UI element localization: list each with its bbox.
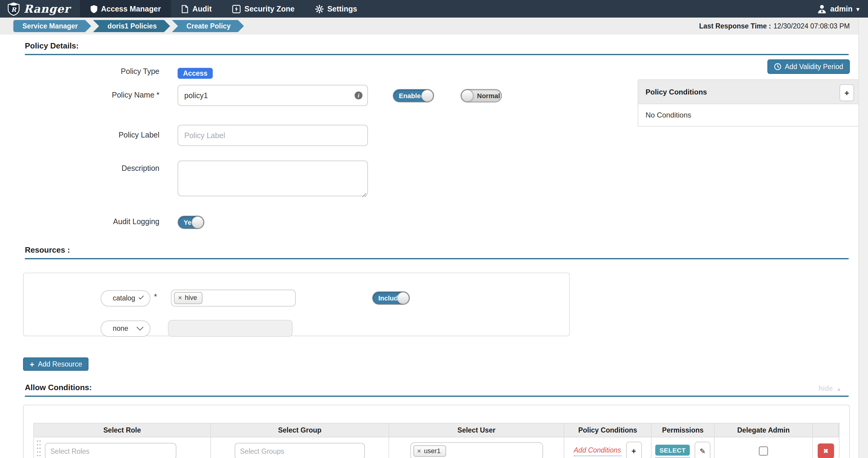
toggle-knob	[397, 292, 409, 304]
policy-conditions-empty-text: No Conditions	[638, 104, 860, 126]
nav-access-manager[interactable]: Access Manager	[80, 0, 171, 18]
col-header-policy-conditions: Policy Conditions	[564, 423, 652, 437]
resource-tag: × hive	[174, 292, 203, 304]
user-icon	[817, 4, 827, 13]
resource-tag-label: hive	[185, 294, 197, 302]
allow-conditions-header: Allow Conditions: hide	[25, 383, 848, 397]
select-user-cell: × user1	[389, 437, 564, 458]
policy-conditions-panel-header: Policy Conditions +	[638, 80, 860, 104]
select-role-cell	[34, 437, 211, 458]
shield-icon	[90, 4, 97, 13]
brand-name: Ranger	[24, 2, 70, 15]
resource-type-value: catalog	[113, 294, 135, 302]
resource-disabled-input	[168, 320, 293, 337]
remove-tag-icon[interactable]: ×	[417, 448, 421, 455]
nav-item-label: Audit	[192, 4, 212, 13]
delegate-admin-cell	[715, 437, 813, 458]
normal-toggle-label: Normal	[477, 92, 500, 99]
policy-conditions-panel: Policy Conditions + No Conditions	[638, 79, 861, 127]
clock-icon	[774, 63, 781, 70]
permissions-cell: SELECT ✎	[652, 437, 715, 458]
policy-type-label: Policy Type	[0, 67, 159, 76]
add-conditions-link[interactable]: Add Conditions	[574, 446, 621, 456]
info-icon: i	[354, 92, 363, 99]
user-menu[interactable]: admin	[808, 0, 868, 18]
breadcrumb: Service Manager doris1 Policies Create P…	[13, 20, 246, 32]
policy-label-input[interactable]	[178, 125, 368, 146]
policy-conditions-cell: Add Conditions +	[564, 437, 652, 458]
col-header-delegate-admin: Delegate Admin	[715, 423, 813, 437]
add-condition-button[interactable]: +	[839, 84, 854, 101]
policy-type-row: Policy Type Access	[0, 67, 859, 79]
policy-name-input[interactable]	[178, 85, 368, 106]
nav-item-label: Access Manager	[101, 4, 161, 13]
resources-title: Resources :	[25, 246, 70, 255]
hide-label: hide	[818, 385, 833, 392]
nav-audit[interactable]: Audit	[171, 0, 222, 18]
top-navbar: R Ranger Access Manager Audit	[0, 0, 868, 18]
description-label: Description	[0, 161, 159, 173]
normal-override-toggle[interactable]: Normal	[461, 89, 502, 102]
allow-conditions-table: Select Role Select Group Select User Pol…	[33, 423, 839, 458]
include-toggle[interactable]: Include	[372, 291, 410, 305]
resource-type-select[interactable]: catalog	[101, 290, 150, 306]
nav-settings[interactable]: Settings	[305, 0, 368, 18]
delegate-admin-checkbox[interactable]	[759, 447, 768, 456]
add-resource-label: Add Resource	[38, 360, 82, 368]
drag-handle[interactable]	[36, 439, 41, 458]
required-marker: *	[154, 292, 157, 301]
remove-tag-icon[interactable]: ×	[178, 294, 182, 302]
resource-row-none: none	[101, 320, 569, 337]
enabled-toggle-label: Enabled	[399, 92, 425, 99]
select-roles-input[interactable]	[45, 443, 176, 458]
toggle-knob	[191, 216, 204, 228]
audit-logging-toggle[interactable]: Yes	[178, 216, 204, 229]
last-response-label: Last Response Time :	[699, 23, 771, 30]
add-validity-period-label: Add Validity Period	[785, 63, 843, 70]
plus-icon: +	[30, 360, 34, 368]
select-group-cell	[211, 437, 389, 458]
col-header-actions	[813, 423, 839, 437]
toggle-knob	[421, 90, 433, 102]
chevron-down-icon	[137, 324, 144, 331]
breadcrumb-service-manager[interactable]: Service Manager	[13, 20, 91, 32]
user-tag: × user1	[413, 445, 446, 457]
nav-security-zone[interactable]: Security Zone	[222, 0, 305, 18]
bolt-box-icon	[232, 4, 241, 13]
description-textarea[interactable]	[178, 161, 368, 196]
last-response-value: 12/30/2024 07:08:03 PM	[773, 23, 850, 30]
breadcrumb-bar: Service Manager doris1 Policies Create P…	[0, 18, 868, 35]
breadcrumb-doris1-policies[interactable]: doris1 Policies	[93, 20, 170, 32]
col-header-select-user: Select User	[389, 423, 564, 437]
breadcrumb-create-policy[interactable]: Create Policy	[172, 20, 244, 32]
select-groups-input[interactable]	[235, 443, 365, 458]
policy-label-row: Policy Label	[0, 125, 859, 146]
delete-row-button[interactable]: ✖	[818, 444, 834, 458]
select-user-input[interactable]: × user1	[410, 442, 543, 458]
resource-subtype-select[interactable]: none	[101, 320, 150, 336]
nav-item-label: Security Zone	[245, 4, 294, 13]
add-conditions-plus-button[interactable]: +	[626, 441, 642, 458]
col-header-permissions: Permissions	[652, 423, 715, 437]
main-content: Policy Details: Add Validity Period Poli…	[0, 35, 859, 458]
resource-value-input[interactable]: × hive	[171, 290, 296, 306]
ranger-logo[interactable]: R Ranger	[0, 0, 80, 18]
page: R Ranger Access Manager Audit	[0, 0, 868, 458]
resources-header: Resources :	[25, 246, 848, 259]
edit-permissions-button[interactable]: ✎	[695, 441, 710, 458]
allow-conditions-card: Select Role Select Group Select User Pol…	[23, 405, 850, 458]
add-resource-button[interactable]: + Add Resource	[23, 357, 89, 371]
username: admin	[830, 4, 852, 13]
caret-down-icon	[856, 4, 860, 13]
resource-row-catalog: catalog * × hive Include	[101, 290, 569, 306]
nav-menu: Access Manager Audit Security Zone	[80, 0, 367, 18]
add-validity-period-button[interactable]: Add Validity Period	[767, 59, 850, 74]
permission-select-badge: SELECT	[655, 445, 690, 456]
policy-details-title: Policy Details:	[25, 41, 79, 50]
policy-type-badge: Access	[178, 68, 213, 79]
hide-toggle[interactable]: hide	[818, 385, 841, 392]
gear-icon	[315, 4, 324, 13]
enabled-toggle[interactable]: Enabled	[393, 89, 434, 102]
page-scrollbar[interactable]	[858, 18, 868, 458]
ranger-shield-icon: R	[7, 2, 20, 16]
